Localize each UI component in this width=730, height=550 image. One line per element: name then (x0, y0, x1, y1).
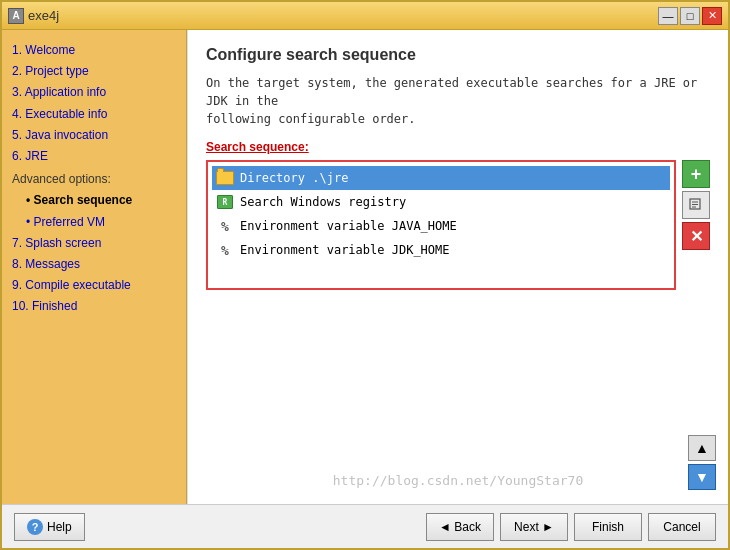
edit-button[interactable] (682, 191, 710, 219)
cancel-button[interactable]: Cancel (648, 513, 716, 541)
sidebar-item-java-invoke[interactable]: 5. Java invocation (10, 125, 178, 146)
sidebar-item-compile[interactable]: 9. Compile executable (10, 275, 178, 296)
add-button[interactable]: + (682, 160, 710, 188)
sequence-row-jdk-home[interactable]: % Environment variable JDK_HOME (212, 238, 670, 262)
sidebar-item-preferred-vm[interactable]: • Preferred VM (10, 212, 178, 233)
sidebar-item-jre[interactable]: 6. JRE (10, 146, 178, 167)
sidebar-item-search-sequence[interactable]: Search sequence (10, 190, 178, 211)
section-label: Search sequence: (206, 140, 710, 154)
sidebar-item-exe-info[interactable]: 4. Executable info (10, 104, 178, 125)
page-description: On the target system, the generated exec… (206, 74, 710, 128)
footer: ? Help ◄ Back Next ► Finish Cancel (2, 504, 728, 548)
move-up-button[interactable]: ▲ (688, 435, 716, 461)
app-icon: A (8, 8, 24, 24)
sidebar: 1. Welcome 2. Project type 3. Applicatio… (2, 30, 187, 504)
registry-icon: R (216, 193, 234, 211)
sidebar-item-app-info[interactable]: 3. Application info (10, 82, 178, 103)
percent-icon-jdk: % (216, 241, 234, 259)
edit-icon (689, 198, 703, 212)
move-down-button[interactable]: ▼ (688, 464, 716, 490)
page-title: Configure search sequence (206, 46, 710, 64)
sidebar-item-splash[interactable]: 7. Splash screen (10, 233, 178, 254)
up-down-buttons: ▲ ▼ (688, 435, 716, 490)
help-button[interactable]: ? Help (14, 513, 85, 541)
sequence-row-dir-jre[interactable]: Directory .\jre (212, 166, 670, 190)
main-panel: Configure search sequence On the target … (187, 30, 728, 504)
sidebar-item-messages[interactable]: 8. Messages (10, 254, 178, 275)
main-window: A exe4j — □ ✕ 1. Welcome 2. Project type… (0, 0, 730, 550)
sequence-area: Directory .\jre R Search Windows registr… (206, 160, 710, 453)
sidebar-item-project-type[interactable]: 2. Project type (10, 61, 178, 82)
minimize-button[interactable]: — (658, 7, 678, 25)
titlebar: A exe4j — □ ✕ (2, 2, 728, 30)
sequence-row-registry[interactable]: R Search Windows registry (212, 190, 670, 214)
sidebar-item-welcome[interactable]: 1. Welcome (10, 40, 178, 61)
watermark: http://blog.csdn.net/YoungStar70 (206, 453, 710, 488)
titlebar-buttons: — □ ✕ (658, 7, 722, 25)
close-button[interactable]: ✕ (702, 7, 722, 25)
sidebar-advanced-label: Advanced options: (10, 169, 178, 190)
action-buttons: + ✕ (676, 160, 710, 453)
sidebar-item-finished[interactable]: 10. Finished (10, 296, 178, 317)
help-icon: ? (27, 519, 43, 535)
sequence-list-box: Directory .\jre R Search Windows registr… (206, 160, 676, 290)
next-button[interactable]: Next ► (500, 513, 568, 541)
delete-button[interactable]: ✕ (682, 222, 710, 250)
folder-icon (216, 169, 234, 187)
window-title: exe4j (28, 8, 59, 23)
percent-icon-java: % (216, 217, 234, 235)
content-area: 1. Welcome 2. Project type 3. Applicatio… (2, 30, 728, 504)
back-button[interactable]: ◄ Back (426, 513, 494, 541)
finish-button[interactable]: Finish (574, 513, 642, 541)
maximize-button[interactable]: □ (680, 7, 700, 25)
titlebar-left: A exe4j (8, 8, 59, 24)
sequence-row-java-home[interactable]: % Environment variable JAVA_HOME (212, 214, 670, 238)
